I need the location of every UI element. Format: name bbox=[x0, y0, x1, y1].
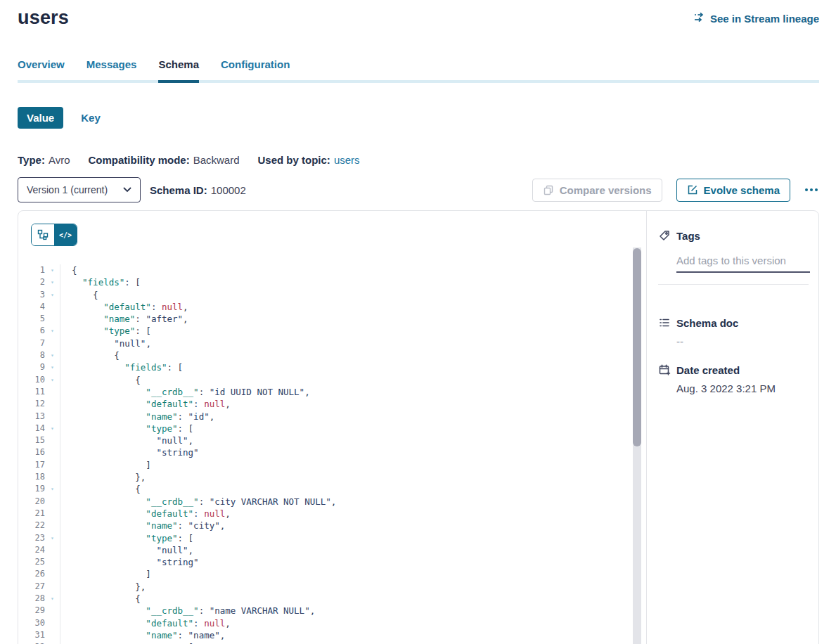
code-text: "type": [ bbox=[60, 532, 193, 544]
meta-label: Used by topic: bbox=[258, 154, 330, 166]
fold-toggle-icon[interactable]: ▾ bbox=[45, 532, 60, 544]
version-select[interactable]: Version 1 (current) bbox=[18, 177, 141, 202]
line-number: 25 bbox=[18, 556, 45, 568]
code-line: 31 "name": "name", bbox=[18, 629, 646, 641]
line-number: 3 bbox=[18, 289, 45, 301]
code-line: 17 ] bbox=[18, 459, 646, 471]
fold-toggle-icon[interactable]: ▾ bbox=[45, 276, 60, 288]
value-tab-button[interactable]: Value bbox=[18, 107, 63, 129]
schema-page: users See in Stream lineage OverviewMess… bbox=[0, 0, 836, 644]
editor-view-toggle: </> bbox=[31, 224, 77, 246]
tree-view-button[interactable] bbox=[32, 224, 54, 245]
tab-bar: OverviewMessagesSchemaConfiguration bbox=[18, 58, 819, 83]
line-number: 28 bbox=[18, 593, 45, 605]
code-text: { bbox=[60, 264, 77, 276]
line-number: 19 bbox=[18, 483, 45, 495]
line-number: 10 bbox=[18, 374, 45, 386]
date-created-header: Date created bbox=[658, 363, 807, 376]
line-number: 21 bbox=[18, 508, 45, 520]
meta-value: Avro bbox=[49, 154, 70, 166]
tab-messages[interactable]: Messages bbox=[86, 58, 137, 83]
calendar-plus-icon bbox=[658, 363, 671, 376]
tab-configuration[interactable]: Configuration bbox=[221, 58, 290, 83]
tags-section: Tags bbox=[658, 229, 807, 285]
fold-toggle-icon[interactable]: ▾ bbox=[45, 289, 60, 301]
code-text: "type": [ bbox=[60, 641, 193, 644]
code-view-button[interactable]: </> bbox=[54, 224, 77, 245]
fold-spacer bbox=[45, 556, 60, 568]
meta-value-link[interactable]: users bbox=[334, 154, 360, 166]
code-text: "__crdb__": "id UUID NOT NULL", bbox=[60, 386, 310, 398]
see-in-stream-lineage-link[interactable]: See in Stream lineage bbox=[693, 11, 819, 25]
meta-item: Type:Avro bbox=[18, 154, 70, 166]
code-text: { bbox=[60, 483, 141, 495]
code-line: 16 "string" bbox=[18, 446, 646, 458]
tab-underline-track bbox=[18, 80, 819, 83]
fold-toggle-icon[interactable]: ▾ bbox=[45, 374, 60, 386]
code-text: "type": [ bbox=[60, 325, 151, 337]
compare-versions-button[interactable]: Compare versions bbox=[532, 179, 662, 202]
fold-toggle-icon[interactable]: ▾ bbox=[45, 349, 60, 361]
code-text: "null", bbox=[60, 544, 193, 556]
code-line: 32▾ "type": [ bbox=[18, 641, 646, 644]
line-number: 11 bbox=[18, 386, 45, 398]
code-line: 15 "null", bbox=[18, 434, 646, 446]
line-number: 26 bbox=[18, 568, 45, 580]
code-line: 21 "default": null, bbox=[18, 508, 646, 520]
line-number: 18 bbox=[18, 471, 45, 483]
fold-spacer bbox=[45, 313, 60, 325]
version-actions: Compare versions Evolve schema bbox=[532, 179, 819, 202]
code-line: 19▾ { bbox=[18, 483, 646, 495]
fold-toggle-icon[interactable]: ▾ bbox=[45, 361, 60, 373]
fold-toggle-icon[interactable]: ▾ bbox=[45, 325, 60, 337]
fold-toggle-icon[interactable]: ▾ bbox=[45, 641, 60, 644]
code-text: "name": "id", bbox=[60, 411, 214, 423]
sidebar-divider bbox=[658, 284, 809, 285]
tags-header: Tags bbox=[658, 229, 807, 242]
line-number: 30 bbox=[18, 617, 45, 629]
code-text: { bbox=[60, 349, 120, 361]
code-line: 4 "default": null, bbox=[18, 301, 646, 313]
editor-scrollbar-track[interactable] bbox=[633, 247, 641, 644]
schema-sidebar: Tags Schema doc -- bbox=[646, 211, 818, 644]
code-line: 28▾ { bbox=[18, 593, 646, 605]
tag-icon bbox=[658, 229, 671, 242]
line-number: 22 bbox=[18, 520, 45, 532]
fold-spacer bbox=[45, 398, 60, 410]
schema-id: Schema ID:100002 bbox=[150, 184, 246, 196]
line-number: 12 bbox=[18, 398, 45, 410]
code-line: 8▾ { bbox=[18, 349, 646, 361]
code-text: "name": "after", bbox=[60, 313, 188, 325]
fold-spacer bbox=[45, 617, 60, 629]
code-line: 26 ] bbox=[18, 568, 646, 580]
evolve-schema-button[interactable]: Evolve schema bbox=[676, 179, 790, 202]
fold-toggle-icon[interactable]: ▾ bbox=[45, 423, 60, 434]
fold-spacer bbox=[45, 629, 60, 641]
page-header: users See in Stream lineage bbox=[18, 0, 819, 29]
fold-spacer bbox=[45, 434, 60, 446]
fold-toggle-icon[interactable]: ▾ bbox=[45, 483, 60, 495]
tab-schema[interactable]: Schema bbox=[158, 58, 199, 83]
fold-toggle-icon[interactable]: ▾ bbox=[45, 264, 60, 276]
tab-overview[interactable]: Overview bbox=[18, 58, 65, 83]
code-text: "default": null, bbox=[60, 398, 231, 410]
code-text: "default": null, bbox=[60, 508, 231, 520]
tab-list: OverviewMessagesSchemaConfiguration bbox=[18, 58, 819, 83]
code-text: "default": null, bbox=[60, 617, 231, 629]
fold-spacer bbox=[45, 337, 60, 349]
key-tab-link[interactable]: Key bbox=[81, 112, 101, 124]
fold-toggle-icon[interactable]: ▾ bbox=[45, 593, 60, 605]
line-number: 32 bbox=[18, 641, 45, 644]
schema-card: </> 1▾{2▾ "fields": [3▾ {4 "default": nu… bbox=[18, 210, 819, 644]
code-line: 11 "__crdb__": "id UUID NOT NULL", bbox=[18, 386, 646, 398]
code-line: 12 "default": null, bbox=[18, 398, 646, 410]
code-line: 20 "__crdb__": "city VARCHAR NOT NULL", bbox=[18, 496, 646, 508]
fold-spacer bbox=[45, 301, 60, 313]
add-tags-input[interactable] bbox=[676, 255, 810, 273]
fold-spacer bbox=[45, 459, 60, 471]
line-number: 16 bbox=[18, 446, 45, 458]
editor-scrollbar-thumb[interactable] bbox=[633, 248, 641, 446]
more-options-button[interactable] bbox=[804, 186, 819, 194]
line-number: 9 bbox=[18, 361, 45, 373]
date-created-section: Date created Aug. 3 2022 3:21 PM bbox=[658, 363, 807, 394]
